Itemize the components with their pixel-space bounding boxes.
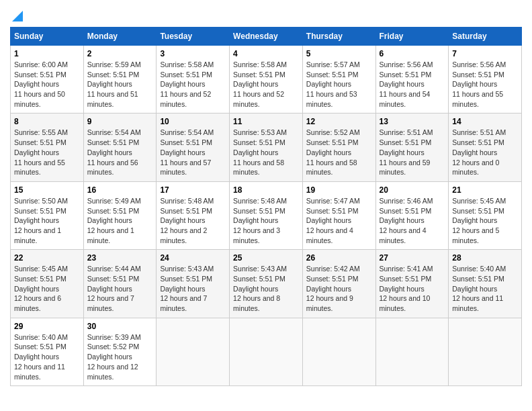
calendar-cell: 9 Sunrise: 5:54 AM Sunset: 5:51 PM Dayli… [83,113,157,181]
day-number: 19 [306,185,372,195]
day-info: Sunrise: 5:42 AM Sunset: 5:51 PM Dayligh… [306,264,372,313]
calendar-cell: 26 Sunrise: 5:42 AM Sunset: 5:51 PM Dayl… [302,250,375,318]
day-info: Sunrise: 5:45 AM Sunset: 5:51 PM Dayligh… [14,264,80,313]
day-info: Sunrise: 5:40 AM Sunset: 5:51 PM Dayligh… [452,264,518,313]
calendar-cell: 24 Sunrise: 5:43 AM Sunset: 5:51 PM Dayl… [157,250,230,318]
calendar-header: SundayMondayTuesdayWednesdayThursdayFrid… [11,28,522,46]
calendar-week-row: 15 Sunrise: 5:50 AM Sunset: 5:51 PM Dayl… [11,181,522,249]
day-number: 22 [14,253,80,263]
logo-icon [12,11,23,21]
calendar-cell: 8 Sunrise: 5:55 AM Sunset: 5:51 PM Dayli… [11,113,84,181]
calendar-cell: 13 Sunrise: 5:51 AM Sunset: 5:51 PM Dayl… [375,113,449,181]
weekday-header: Wednesday [230,28,303,46]
day-number: 1 [14,49,80,58]
calendar-cell: 5 Sunrise: 5:57 AM Sunset: 5:51 PM Dayli… [302,46,375,113]
day-info: Sunrise: 5:43 AM Sunset: 5:51 PM Dayligh… [233,264,299,313]
day-info: Sunrise: 5:49 AM Sunset: 5:51 PM Dayligh… [87,196,153,245]
calendar-cell: 17 Sunrise: 5:48 AM Sunset: 5:51 PM Dayl… [157,181,230,249]
day-info: Sunrise: 5:50 AM Sunset: 5:51 PM Dayligh… [14,196,80,245]
day-info: Sunrise: 5:43 AM Sunset: 5:51 PM Dayligh… [160,264,226,313]
day-number: 13 [380,117,445,126]
calendar-week-row: 29 Sunrise: 5:40 AM Sunset: 5:51 PM Dayl… [11,318,522,385]
calendar-cell: 10 Sunrise: 5:54 AM Sunset: 5:51 PM Dayl… [157,113,230,181]
day-number: 26 [306,253,372,263]
calendar-week-row: 1 Sunrise: 6:00 AM Sunset: 5:51 PM Dayli… [11,46,522,113]
day-info: Sunrise: 5:54 AM Sunset: 5:51 PM Dayligh… [87,128,153,177]
logo [10,11,23,21]
logo-text [10,11,23,21]
day-info: Sunrise: 5:45 AM Sunset: 5:51 PM Dayligh… [452,196,518,245]
day-info: Sunrise: 5:44 AM Sunset: 5:51 PM Dayligh… [87,264,153,313]
calendar-cell: 21 Sunrise: 5:45 AM Sunset: 5:51 PM Dayl… [449,181,522,249]
day-number: 30 [87,322,153,331]
day-number: 24 [160,253,226,263]
day-info: Sunrise: 5:48 AM Sunset: 5:51 PM Dayligh… [233,196,299,245]
day-info: Sunrise: 5:56 AM Sunset: 5:51 PM Dayligh… [380,60,445,109]
weekday-header: Monday [83,28,157,46]
calendar-cell: 7 Sunrise: 5:56 AM Sunset: 5:51 PM Dayli… [449,46,522,113]
svg-marker-0 [12,11,23,21]
day-info: Sunrise: 5:57 AM Sunset: 5:51 PM Dayligh… [306,60,372,109]
day-info: Sunrise: 5:47 AM Sunset: 5:51 PM Dayligh… [306,196,372,245]
day-info: Sunrise: 5:52 AM Sunset: 5:51 PM Dayligh… [306,128,372,177]
weekday-header: Saturday [449,28,522,46]
day-number: 27 [380,253,445,263]
calendar-cell [302,318,375,385]
day-info: Sunrise: 6:00 AM Sunset: 5:51 PM Dayligh… [14,60,80,109]
day-info: Sunrise: 5:53 AM Sunset: 5:51 PM Dayligh… [233,128,299,177]
day-number: 21 [452,185,518,195]
weekday-header: Friday [375,28,449,46]
day-number: 14 [452,117,518,126]
calendar-cell: 6 Sunrise: 5:56 AM Sunset: 5:51 PM Dayli… [375,46,449,113]
day-number: 8 [14,117,80,126]
calendar-cell: 11 Sunrise: 5:53 AM Sunset: 5:51 PM Dayl… [230,113,303,181]
calendar-week-row: 22 Sunrise: 5:45 AM Sunset: 5:51 PM Dayl… [11,250,522,318]
day-number: 16 [87,185,153,195]
calendar-cell: 28 Sunrise: 5:40 AM Sunset: 5:51 PM Dayl… [449,250,522,318]
day-number: 15 [14,185,80,195]
calendar-cell [157,318,230,385]
day-number: 4 [233,49,299,58]
calendar-cell: 15 Sunrise: 5:50 AM Sunset: 5:51 PM Dayl… [11,181,84,249]
calendar-cell: 12 Sunrise: 5:52 AM Sunset: 5:51 PM Dayl… [302,113,375,181]
day-info: Sunrise: 5:55 AM Sunset: 5:51 PM Dayligh… [14,128,80,177]
calendar-cell: 18 Sunrise: 5:48 AM Sunset: 5:51 PM Dayl… [230,181,303,249]
day-info: Sunrise: 5:56 AM Sunset: 5:51 PM Dayligh… [452,60,518,109]
weekday-header: Thursday [302,28,375,46]
weekday-header: Sunday [11,28,84,46]
day-info: Sunrise: 5:59 AM Sunset: 5:51 PM Dayligh… [87,60,153,109]
day-number: 3 [160,49,226,58]
calendar-cell: 2 Sunrise: 5:59 AM Sunset: 5:51 PM Dayli… [83,46,157,113]
calendar-cell: 14 Sunrise: 5:51 AM Sunset: 5:51 PM Dayl… [449,113,522,181]
calendar-cell: 27 Sunrise: 5:41 AM Sunset: 5:51 PM Dayl… [375,250,449,318]
day-info: Sunrise: 5:41 AM Sunset: 5:51 PM Dayligh… [380,264,445,313]
calendar-cell: 25 Sunrise: 5:43 AM Sunset: 5:51 PM Dayl… [230,250,303,318]
day-number: 6 [380,49,445,58]
day-info: Sunrise: 5:39 AM Sunset: 5:52 PM Dayligh… [87,332,153,381]
calendar-cell: 30 Sunrise: 5:39 AM Sunset: 5:52 PM Dayl… [83,318,157,385]
day-info: Sunrise: 5:54 AM Sunset: 5:51 PM Dayligh… [160,128,226,177]
calendar-cell: 23 Sunrise: 5:44 AM Sunset: 5:51 PM Dayl… [83,250,157,318]
calendar-cell [449,318,522,385]
day-number: 20 [380,185,445,195]
day-number: 29 [14,322,80,331]
calendar-cell: 20 Sunrise: 5:46 AM Sunset: 5:51 PM Dayl… [375,181,449,249]
calendar-table: SundayMondayTuesdayWednesdayThursdayFrid… [10,27,522,386]
day-number: 18 [233,185,299,195]
calendar-cell [230,318,303,385]
calendar-cell: 4 Sunrise: 5:58 AM Sunset: 5:51 PM Dayli… [230,46,303,113]
calendar-cell: 1 Sunrise: 6:00 AM Sunset: 5:51 PM Dayli… [11,46,84,113]
day-info: Sunrise: 5:46 AM Sunset: 5:51 PM Dayligh… [380,196,445,245]
calendar-cell [375,318,449,385]
page-header [10,7,522,21]
day-info: Sunrise: 5:51 AM Sunset: 5:51 PM Dayligh… [452,128,518,177]
day-number: 23 [87,253,153,263]
calendar-cell: 3 Sunrise: 5:58 AM Sunset: 5:51 PM Dayli… [157,46,230,113]
day-info: Sunrise: 5:40 AM Sunset: 5:51 PM Dayligh… [14,332,80,381]
calendar-cell: 22 Sunrise: 5:45 AM Sunset: 5:51 PM Dayl… [11,250,84,318]
day-number: 10 [160,117,226,126]
day-number: 11 [233,117,299,126]
day-number: 17 [160,185,226,195]
day-number: 25 [233,253,299,263]
day-number: 5 [306,49,372,58]
